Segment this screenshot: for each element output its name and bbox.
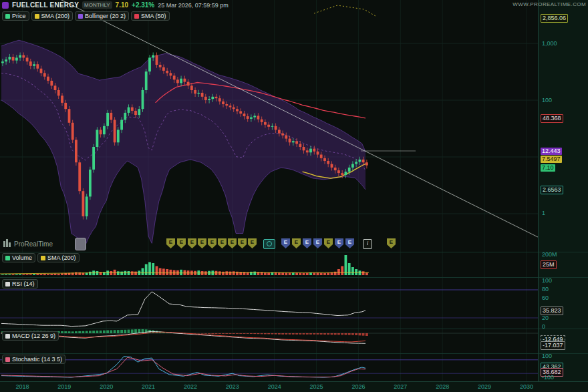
price-axis[interactable]: 2,856.061,00010048.36812.4437.54977.102.… bbox=[539, 0, 588, 381]
panel-separator[interactable] bbox=[0, 252, 588, 252]
year-label: 2018 bbox=[11, 383, 33, 390]
legend-sma50[interactable]: SMA (50) bbox=[131, 11, 170, 21]
watermark-chart-icon bbox=[3, 239, 11, 248]
year-label: 2030 bbox=[515, 383, 538, 390]
sma50-color-chip bbox=[134, 14, 139, 19]
main-axis-label: 12.443 bbox=[541, 148, 562, 155]
main-axis-label: 100 bbox=[541, 97, 553, 104]
macd-panel-legend: MACD (12 26 9) bbox=[2, 331, 59, 341]
panel-separator[interactable] bbox=[0, 329, 588, 329]
main-axis-label: 48.368 bbox=[541, 114, 563, 123]
main-axis-label: 7.10 bbox=[541, 164, 555, 172]
year-label: 2025 bbox=[305, 383, 328, 390]
instrument-title[interactable]: FUELCELL ENERGY bbox=[12, 1, 79, 9]
panel-separator[interactable] bbox=[0, 277, 588, 278]
axis-separator bbox=[538, 0, 539, 381]
instrument-header: FUELCELL ENERGY MONTHLY 7.10 +2.31% 25 M… bbox=[2, 1, 229, 9]
year-label: 2021 bbox=[137, 383, 160, 390]
year-label: 2019 bbox=[53, 383, 76, 390]
stoch-color-chip bbox=[5, 357, 10, 362]
year-label: 2029 bbox=[473, 383, 496, 390]
chart-window: FUELCELL ENERGY MONTHLY 7.10 +2.31% 25 M… bbox=[0, 0, 588, 392]
sma200-color-chip bbox=[35, 14, 39, 19]
main-axis-label: 1 bbox=[541, 210, 547, 217]
year-label: 2027 bbox=[389, 383, 412, 390]
legend-volume[interactable]: Volume bbox=[2, 253, 35, 262]
instrument-icon[interactable] bbox=[2, 2, 9, 9]
indicator-legend: Price SMA (200) Bollinger (20 2) SMA (50… bbox=[2, 11, 170, 21]
timeframe-badge[interactable]: MONTHLY bbox=[82, 1, 112, 9]
main-axis-label: 2.6563 bbox=[541, 186, 563, 194]
rsi-axis-label: 60 bbox=[541, 295, 550, 302]
prorealtime-url: WWW.PROREALTIME.COM bbox=[512, 1, 586, 7]
year-label: 2028 bbox=[431, 383, 454, 390]
price-color-chip bbox=[5, 14, 10, 19]
chart-marker-handle[interactable] bbox=[75, 238, 86, 250]
rsi-axis-label: 80 bbox=[541, 286, 550, 293]
bollinger-color-chip bbox=[78, 14, 83, 19]
legend-price[interactable]: Price bbox=[2, 11, 29, 21]
main-axis-label: 2,856.06 bbox=[541, 14, 568, 23]
year-label: 2026 bbox=[347, 383, 370, 390]
main-axis-label: 7.5497 bbox=[541, 156, 562, 163]
info-icon[interactable]: i bbox=[363, 239, 372, 249]
prorealtime-watermark: ProRealTime bbox=[3, 239, 53, 248]
main-axis-label: 1,000 bbox=[541, 40, 559, 47]
panel-separator[interactable] bbox=[0, 353, 588, 354]
change-percent: +2.31% bbox=[132, 1, 154, 9]
last-price: 7.10 bbox=[116, 1, 128, 9]
quote-datetime: 25 Mar 2026, 07:59:59 pm bbox=[158, 2, 229, 9]
rsi-color-chip bbox=[5, 282, 10, 286]
legend-macd[interactable]: MACD (12 26 9) bbox=[2, 331, 59, 341]
volume-sma-color-chip bbox=[41, 256, 45, 260]
stoch-panel-legend: Stochastic (14 3 5) bbox=[2, 355, 65, 364]
time-axis[interactable]: 2018201920202021202220232024202520262027… bbox=[0, 381, 588, 392]
rsi-axis-label: 100 bbox=[541, 277, 553, 284]
year-label: 2024 bbox=[263, 383, 286, 390]
macd-axis-label: -17.037 bbox=[541, 341, 565, 350]
rsi-axis-label: 20 bbox=[541, 315, 550, 322]
chart-canvas[interactable] bbox=[0, 0, 588, 392]
year-label: 2020 bbox=[95, 383, 118, 390]
rsi-panel-legend: RSI (14) bbox=[2, 279, 38, 288]
volume-panel-legend: Volume SMA (200) bbox=[2, 253, 80, 262]
year-label: 2023 bbox=[221, 383, 244, 390]
stoch-axis-label: -100 bbox=[541, 374, 555, 381]
legend-rsi[interactable]: RSI (14) bbox=[2, 279, 38, 288]
volume-color-chip bbox=[5, 256, 10, 260]
macd-color-chip bbox=[5, 334, 10, 339]
legend-volume-sma[interactable]: SMA (200) bbox=[37, 253, 80, 262]
camera-icon[interactable] bbox=[263, 239, 275, 249]
rsi-axis-label: 0 bbox=[541, 323, 547, 331]
legend-stochastic[interactable]: Stochastic (14 3 5) bbox=[2, 355, 65, 364]
year-label: 2022 bbox=[179, 383, 202, 390]
legend-bollinger[interactable]: Bollinger (20 2) bbox=[75, 11, 129, 21]
legend-sma200[interactable]: SMA (200) bbox=[31, 11, 74, 21]
volume-axis-label: 25M bbox=[541, 260, 557, 269]
